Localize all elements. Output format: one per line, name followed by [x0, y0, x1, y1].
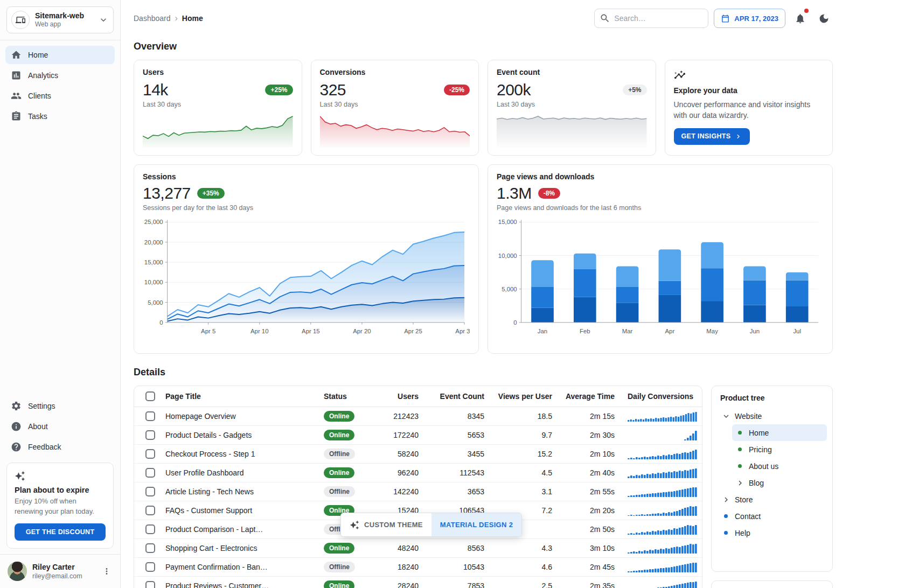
sidebar-item-label: Analytics: [28, 71, 58, 80]
sidebar-item-analytics[interactable]: Analytics: [5, 66, 115, 85]
cell-users: 96240: [373, 464, 425, 482]
cell-users: 212423: [373, 407, 425, 426]
analytics-icon: [11, 70, 22, 81]
tree-item-website[interactable]: Website: [718, 408, 827, 424]
table-row[interactable]: Product Details - GadgetsOnline172240565…: [134, 426, 702, 445]
row-checkbox[interactable]: [145, 430, 155, 440]
svg-text:0: 0: [513, 319, 517, 326]
tree-label: Contact: [735, 512, 761, 521]
row-checkbox[interactable]: [145, 468, 155, 478]
custom-theme-button[interactable]: CUSTOM THEME: [341, 513, 431, 536]
col-views-per-user: Views per User: [491, 386, 559, 407]
tasks-icon: [11, 111, 22, 122]
stat-title: Event count: [497, 68, 647, 76]
get-insights-button[interactable]: GET INSIGHTS: [674, 128, 750, 145]
daily-conversions-sparkline: [628, 562, 698, 571]
pageviews-chart-area: JanFebMarAprMayJunJul05,00010,00015,000: [497, 216, 824, 346]
table-row[interactable]: Article Listing - Tech NewsOffline142240…: [134, 482, 702, 501]
sessions-caption: Sessions per day for the last 30 days: [143, 204, 470, 212]
tree-item-store[interactable]: Store: [718, 491, 827, 508]
tree-item-blog[interactable]: Blog: [732, 474, 827, 491]
cell-page-title: Homepage Overview: [159, 407, 317, 426]
table-row[interactable]: Shopping Cart - ElectronicsOnline4824085…: [134, 539, 702, 558]
user-menu-button[interactable]: [101, 565, 113, 577]
tree-item-contact[interactable]: Contact: [718, 508, 827, 524]
sidebar-item-label: Settings: [28, 402, 55, 410]
tree-item-about-us[interactable]: About us: [732, 458, 827, 474]
tree-item-pricing[interactable]: Pricing: [732, 441, 827, 458]
notification-badge: [804, 9, 809, 13]
sidebar-item-tasks[interactable]: Tasks: [5, 107, 115, 125]
app-name: Sitemark-web: [35, 11, 93, 20]
cell-page-title: Product Details - Gadgets: [159, 426, 317, 445]
tree-label: Home: [749, 429, 769, 437]
search-input[interactable]: [594, 9, 708, 28]
row-checkbox[interactable]: [145, 562, 155, 572]
col-users: Users: [373, 386, 425, 407]
row-checkbox[interactable]: [145, 581, 155, 588]
cell-page-title: Product Reviews - Customer…: [159, 577, 317, 588]
sessions-card: Sessions 13,277 +35% Sessions per day fo…: [134, 164, 479, 354]
tree-label: Website: [735, 412, 762, 421]
settings-icon: [11, 401, 22, 411]
table-row[interactable]: Checkout Process - Step 1Offline58240345…: [134, 445, 702, 464]
row-checkbox[interactable]: [145, 449, 155, 459]
table-row[interactable]: Product Reviews - Customer…Online2824078…: [134, 577, 702, 588]
tree-item-home[interactable]: Home: [732, 424, 827, 441]
sidebar-item-settings[interactable]: Settings: [5, 397, 115, 415]
date-picker-button[interactable]: APR 17, 2023: [714, 9, 785, 28]
chevron-down-icon: [98, 15, 109, 25]
dark-mode-toggle[interactable]: [814, 9, 833, 27]
breadcrumb-dashboard[interactable]: Dashboard: [134, 14, 171, 23]
cell-views: 18.5: [491, 407, 559, 426]
svg-text:Apr 5: Apr 5: [201, 328, 215, 334]
sessions-value: 13,277: [143, 184, 191, 202]
get-discount-button[interactable]: GET THE DISCOUNT: [15, 523, 106, 541]
table-row[interactable]: Payment Confirmation - Ban…Offline182401…: [134, 558, 702, 577]
moon-icon: [818, 13, 830, 24]
trend-chip: -25%: [444, 85, 470, 95]
material-design-2-button[interactable]: MATERIAL DESIGN 2: [431, 513, 521, 536]
status-chip: Online: [324, 467, 354, 478]
explore-body: Uncover performance and visitor insights…: [674, 99, 824, 121]
notifications-button[interactable]: [791, 9, 809, 27]
row-checkbox[interactable]: [145, 411, 155, 421]
tree-item-help[interactable]: Help: [718, 524, 827, 541]
row-checkbox[interactable]: [145, 487, 155, 496]
product-tree: WebsiteHomePricingAbout usBlogStoreConta…: [718, 408, 827, 541]
table-row[interactable]: User Profile DashboardOnline962401125434…: [134, 464, 702, 482]
cell-page-title: Shopping Cart - Electronics: [159, 539, 317, 558]
row-checkbox[interactable]: [145, 543, 155, 553]
cell-page-title: Article Listing - Tech News: [159, 482, 317, 501]
sidebar-item-home[interactable]: Home: [5, 46, 115, 64]
svg-text:Apr 20: Apr 20: [353, 328, 371, 334]
select-all-checkbox[interactable]: [145, 391, 155, 401]
stat-value: 200k: [497, 81, 531, 99]
sidebar-item-feedback[interactable]: Feedback: [5, 438, 115, 456]
cell-time: 3m 10s: [559, 539, 621, 558]
topbar: Dashboard › Home APR 17, 2023: [134, 0, 833, 28]
plan-title: Plan about to expire: [15, 486, 106, 494]
sidebar-item-about[interactable]: About: [5, 417, 115, 436]
sidebar-item-clients[interactable]: Clients: [5, 87, 115, 105]
details-table-card: Page Title Status Users Event Count View…: [134, 386, 702, 588]
explore-card: Explore your data Uncover performance an…: [665, 60, 833, 156]
workspace-select[interactable]: Sitemark-web Web app: [6, 6, 114, 33]
trend-chip: -8%: [538, 188, 560, 199]
stat-value: 14k: [143, 81, 168, 99]
cell-time: 2m 20s: [559, 501, 621, 520]
cell-views: 15.2: [491, 445, 559, 464]
cell-time: 2m 35s: [559, 577, 621, 588]
row-checkbox[interactable]: [145, 506, 155, 515]
row-checkbox[interactable]: [145, 524, 155, 534]
cell-events: 3455: [425, 445, 491, 464]
svg-text:20,000: 20,000: [144, 239, 163, 246]
stats-row: Users14k+25%Last 30 daysConversions325-2…: [134, 60, 833, 156]
table-row[interactable]: Homepage OverviewOnline212423834518.52m …: [134, 407, 702, 426]
pageviews-card: Page views and downloads 1.3M -8% Page v…: [488, 164, 833, 354]
svg-text:Apr 10: Apr 10: [250, 328, 269, 334]
cell-time: 2m 10s: [559, 445, 621, 464]
svg-text:10,000: 10,000: [498, 253, 517, 259]
chevron-right-icon: [721, 495, 731, 505]
svg-text:Jul: Jul: [793, 328, 801, 334]
